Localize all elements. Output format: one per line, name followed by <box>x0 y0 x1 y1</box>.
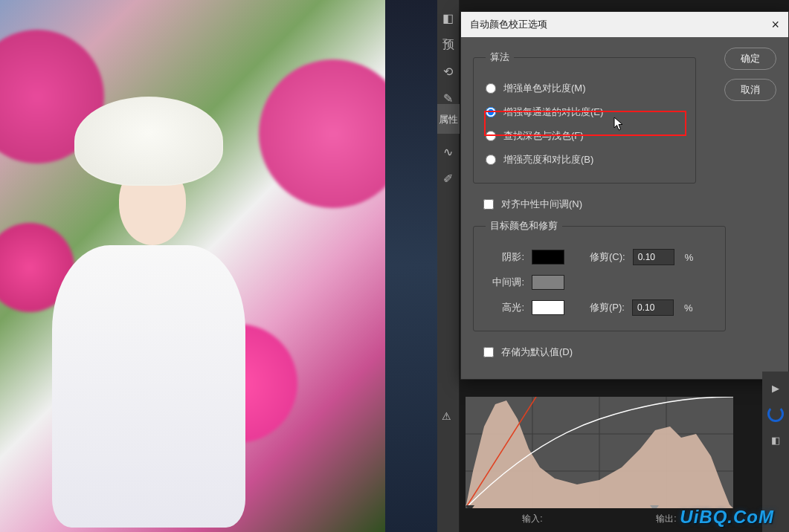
checkbox-save-default-label[interactable]: 存储为默认值(D) <box>501 346 573 359</box>
radio-enhance-per-channel-label[interactable]: 增强每通道的对比度(E) <box>503 106 603 119</box>
target-colors-group: 目标颜色和修剪 阴影: 修剪(C): % 中间调: 高光: 修剪(P): % <box>473 219 726 331</box>
adjustment-icon[interactable]: ◧ <box>439 9 457 27</box>
checkbox-snap-neutral[interactable] <box>483 199 494 210</box>
play-icon[interactable]: ▶ <box>767 379 785 397</box>
radio-enhance-mono-label[interactable]: 增强单色对比度(M) <box>503 82 586 95</box>
photo-blob <box>259 59 385 208</box>
radio-find-dark-light[interactable] <box>486 131 496 141</box>
percent-label: % <box>685 252 694 263</box>
watermark-text: UiBQ.CoM <box>680 507 774 528</box>
auto-icon[interactable]: ⟲ <box>439 62 457 80</box>
cancel-button[interactable]: 取消 <box>724 79 776 101</box>
photo-subject <box>30 97 268 528</box>
histogram-warning-icon[interactable]: ⚠ <box>442 410 451 422</box>
target-colors-legend: 目标颜色和修剪 <box>486 219 562 233</box>
pencil-icon[interactable]: ✐ <box>439 169 457 187</box>
algorithm-group: 算法 增强单色对比度(M) 增强每通道的对比度(E) 查找深色与浅色(F) 增强… <box>473 51 696 184</box>
radio-enhance-brightness-contrast-label[interactable]: 增强亮度和对比度(B) <box>503 153 593 166</box>
tool-rail: ◧ 预 ⟲ ✎ ✎ ∿ ✐ <box>437 0 460 532</box>
clip-p-input[interactable] <box>632 299 674 316</box>
checkbox-save-default[interactable] <box>483 347 494 357</box>
midtones-swatch[interactable] <box>532 275 564 290</box>
midtones-label: 中间调: <box>486 276 524 289</box>
close-icon[interactable]: × <box>771 12 779 37</box>
radio-find-dark-light-label[interactable]: 查找深色与浅色(F) <box>503 129 584 143</box>
loading-icon[interactable] <box>767 406 784 422</box>
radio-enhance-brightness-contrast[interactable] <box>486 155 496 165</box>
highlights-label: 高光: <box>486 301 524 314</box>
output-label: 输出: <box>656 513 676 525</box>
shadows-swatch[interactable] <box>532 250 564 265</box>
preset-icon[interactable]: 预 <box>439 36 457 53</box>
shadows-label: 阴影: <box>486 250 524 264</box>
clip-c-label: 修剪(C): <box>590 250 625 264</box>
dialog-titlebar[interactable]: 自动颜色校正选项 × <box>461 12 788 37</box>
algorithm-legend: 算法 <box>486 51 514 64</box>
radio-enhance-per-channel[interactable] <box>486 107 496 117</box>
swatches-icon[interactable]: ◧ <box>767 431 785 449</box>
curves-histogram[interactable] <box>466 397 733 508</box>
auto-color-correction-dialog: 自动颜色校正选项 × 确定 取消 算法 增强单色对比度(M) 增强每通道的对比度… <box>460 11 789 380</box>
canvas-divider <box>385 0 437 532</box>
curve-icon[interactable]: ∿ <box>439 143 457 160</box>
clip-c-input[interactable] <box>633 249 674 265</box>
ok-button[interactable]: 确定 <box>724 48 776 70</box>
clip-p-label: 修剪(P): <box>590 301 625 314</box>
properties-panel-label: 属性 <box>437 113 460 126</box>
highlights-swatch[interactable] <box>532 300 564 315</box>
input-label: 输入: <box>522 513 542 525</box>
radio-enhance-mono[interactable] <box>486 83 496 94</box>
checkbox-snap-neutral-label[interactable]: 对齐中性中间调(N) <box>501 198 582 211</box>
percent-label: % <box>684 302 693 314</box>
document-canvas[interactable] <box>0 0 385 532</box>
dialog-title-text: 自动颜色校正选项 <box>470 12 547 37</box>
